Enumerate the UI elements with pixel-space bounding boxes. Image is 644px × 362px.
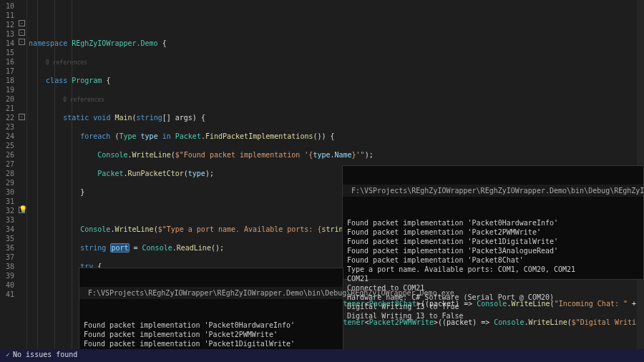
str: $"Type a port name. Available ports: {: [158, 225, 322, 233]
cls: Program: [72, 77, 102, 84]
cls: Packet: [97, 170, 123, 177]
console-window-1[interactable]: F:\VSProjects\REghZyIOWrapper\REghZyIOWr…: [342, 165, 644, 280]
cls: Type: [119, 132, 136, 140]
console-output[interactable]: Found packet implementation 'Packet0Hard…: [343, 215, 643, 323]
kw: static: [63, 114, 89, 122]
kw: in: [162, 132, 171, 140]
m: FindPacketImplementations: [205, 132, 313, 140]
cls: Packet: [175, 132, 201, 140]
var: type.Name: [313, 151, 351, 159]
kw: foreach: [80, 132, 110, 140]
var-hl: port: [110, 243, 129, 253]
kw: string: [80, 244, 106, 252]
check-icon: ✓: [6, 351, 10, 358]
var: type: [141, 132, 158, 140]
kw: string: [137, 114, 162, 122]
str: $"Found packet implementation '{: [175, 151, 313, 159]
console-title: F:\VSProjects\REghZyIOWrapper\REghZyIOWr…: [88, 288, 454, 298]
fold-column[interactable]: - - - - -: [17, 0, 27, 362]
line-numbers: 1011121314151617181920212223242526272829…: [0, 0, 17, 362]
fold-toggle[interactable]: -: [19, 114, 25, 120]
ns: REghZyIOWrapper.Demo: [72, 39, 157, 47]
kw: class: [46, 77, 67, 84]
m: RunPacketCtor: [127, 170, 183, 177]
fold-toggle[interactable]: -: [19, 20, 25, 26]
m: WriteLine: [132, 151, 171, 159]
fold-toggle[interactable]: -: [19, 39, 25, 45]
fold-toggle[interactable]: -: [19, 29, 25, 36]
kw: void: [93, 114, 110, 122]
console-titlebar[interactable]: F:\VSProjects\REghZyIOWrapper\REghZyIOWr…: [343, 185, 643, 197]
str: }'": [352, 151, 365, 159]
var: type: [188, 170, 205, 177]
cls: Console: [142, 244, 172, 252]
sig: [] args) {: [162, 114, 205, 122]
m: ReadLine: [177, 244, 211, 252]
kw: namespace: [29, 39, 67, 47]
console-title: F:\VSProjects\REghZyIOWrapper\REghZyIOWr…: [351, 186, 644, 195]
codelens[interactable]: 0 references: [63, 97, 104, 103]
cls: Console: [80, 225, 110, 233]
issues-label: No issues found: [13, 351, 77, 358]
m: WriteLine: [114, 225, 153, 233]
codelens[interactable]: 0 references: [46, 59, 87, 66]
console-window-2[interactable]: F:\VSProjects\REghZyIOWrapper\REghZyIOWr…: [79, 268, 343, 361]
console-titlebar[interactable]: F:\VSProjects\REghZyIOWrapper\REghZyIOWr…: [79, 287, 343, 299]
lightbulb-icon[interactable]: 💡: [19, 205, 27, 213]
status-bar: ✓No issues found: [0, 349, 644, 362]
cls: Console: [97, 151, 127, 159]
method: Main: [114, 114, 132, 122]
